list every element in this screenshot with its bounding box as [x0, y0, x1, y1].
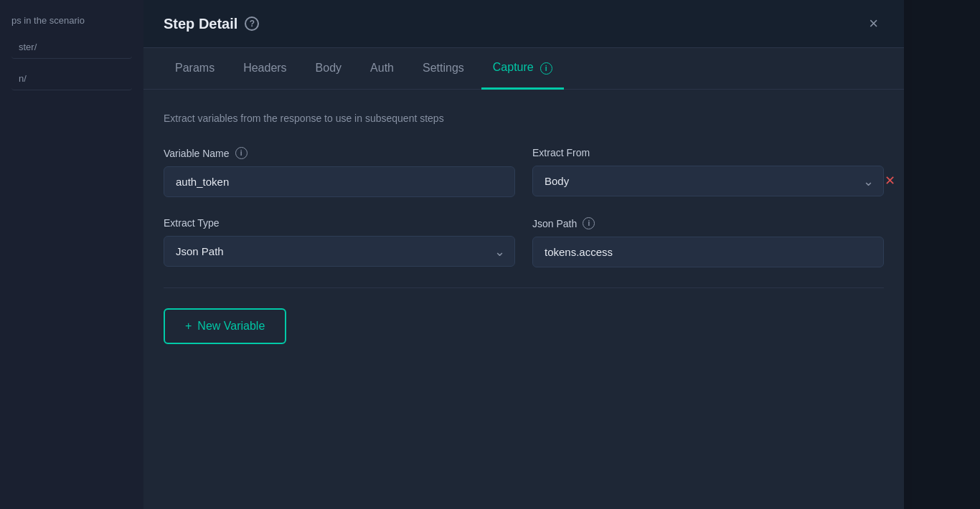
- variable-name-info-icon[interactable]: i: [235, 147, 248, 159]
- extract-from-select-wrapper: Body Header Status Code ⌄: [532, 166, 884, 196]
- json-path-group: Json Path i: [532, 217, 884, 267]
- modal-close-button[interactable]: ×: [863, 13, 884, 34]
- variable-row-2: Extract Type Json Path Regex Header ⌄ Js…: [164, 217, 884, 267]
- modal-body: Extract variables from the response to u…: [143, 90, 904, 509]
- extract-type-select[interactable]: Json Path Regex Header: [164, 236, 515, 267]
- tabs-bar: Params Headers Body Auth Settings Captur…: [143, 48, 904, 90]
- new-variable-plus: +: [185, 320, 192, 333]
- tab-body[interactable]: Body: [304, 49, 353, 90]
- variable-row-1: Variable Name i Extract From Body Header…: [164, 147, 884, 197]
- variable-name-input[interactable]: [164, 166, 515, 197]
- new-variable-button[interactable]: + New Variable: [164, 308, 286, 344]
- capture-tab-info-icon[interactable]: i: [540, 62, 552, 75]
- sidebar-description: ps in the scenario: [11, 14, 132, 27]
- overlay: Step Detail ? × Params Headers Body Auth…: [143, 0, 980, 509]
- tab-headers[interactable]: Headers: [232, 49, 298, 90]
- json-path-label: Json Path i: [532, 217, 884, 229]
- modal: Step Detail ? × Params Headers Body Auth…: [143, 0, 904, 509]
- sidebar-item-2[interactable]: n/: [11, 67, 132, 90]
- delete-variable-button[interactable]: ✕: [882, 171, 898, 190]
- extract-from-select[interactable]: Body Header Status Code: [532, 166, 884, 196]
- variable-name-group: Variable Name i: [164, 147, 515, 197]
- modal-header: Step Detail ? ×: [143, 0, 904, 48]
- json-path-info-icon[interactable]: i: [583, 217, 595, 229]
- tab-capture[interactable]: Capture i: [481, 48, 564, 90]
- modal-title: Step Detail: [164, 16, 237, 32]
- new-variable-label: New Variable: [197, 320, 265, 333]
- extract-from-group: Extract From Body Header Status Code ⌄: [532, 147, 884, 196]
- tab-auth[interactable]: Auth: [359, 49, 405, 90]
- modal-help-icon[interactable]: ?: [245, 16, 259, 31]
- modal-title-group: Step Detail ?: [164, 16, 259, 32]
- extract-type-group: Extract Type Json Path Regex Header ⌄: [164, 217, 515, 267]
- divider: [164, 287, 884, 288]
- tab-params[interactable]: Params: [164, 49, 226, 90]
- sidebar-item-1[interactable]: ster/: [11, 36, 132, 59]
- variable-name-label: Variable Name i: [164, 147, 515, 159]
- extract-from-label: Extract From: [532, 147, 884, 158]
- capture-description: Extract variables from the response to u…: [164, 113, 884, 124]
- extract-type-select-wrapper: Json Path Regex Header ⌄: [164, 236, 515, 267]
- sidebar: ps in the scenario ster/ n/: [0, 0, 143, 509]
- extract-type-label: Extract Type: [164, 217, 515, 229]
- json-path-input[interactable]: [532, 237, 884, 267]
- tab-settings[interactable]: Settings: [411, 49, 476, 90]
